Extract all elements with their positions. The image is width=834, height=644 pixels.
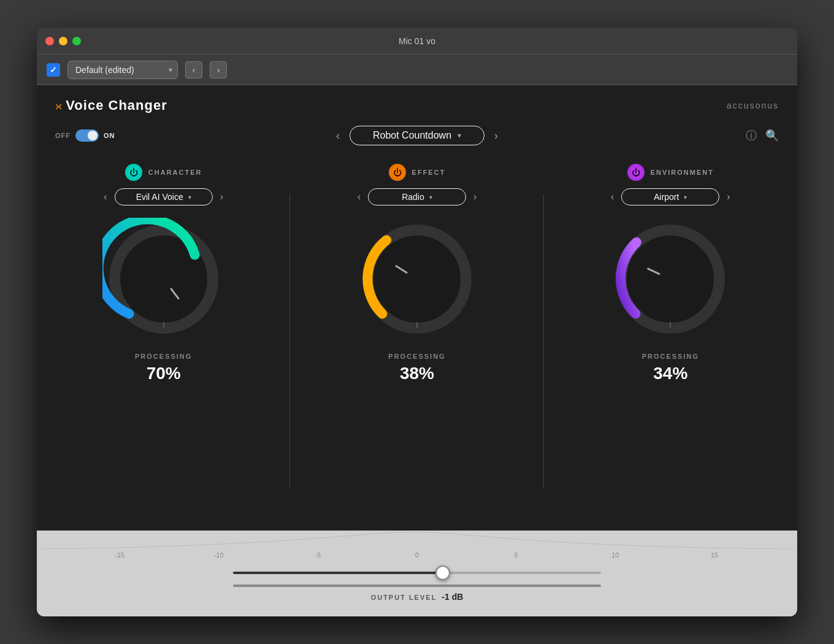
scale-mark-n10: -10 — [210, 551, 228, 559]
environment-dropdown-icon: ▾ — [684, 194, 687, 201]
close-button[interactable] — [45, 37, 54, 45]
effect-next-arrow[interactable]: › — [473, 191, 476, 202]
environment-section: ⏻ ENVIRONMENT ‹ Airport ▾ › — [544, 158, 797, 524]
environment-name: Airport — [654, 192, 679, 202]
effect-label: EFFECT — [412, 169, 446, 176]
preset-name: Default (edited) — [75, 65, 134, 75]
character-power-button[interactable]: ⏻ — [125, 164, 142, 181]
slider-track-filled — [233, 572, 443, 574]
output-label-row: OUTPUT LEVEL -1 dB — [371, 592, 464, 602]
minimize-button[interactable] — [59, 37, 67, 45]
effect-prev-arrow[interactable]: ‹ — [358, 191, 361, 202]
dropdown-arrow-icon: ▾ — [169, 66, 172, 74]
preset-prev-arrow[interactable]: ‹ — [336, 129, 340, 142]
scale-row: -15 -10 -5 0 5 10 15 — [74, 551, 760, 559]
title-bar: Mic 01 vo — [37, 28, 797, 55]
character-name-box[interactable]: Evil AI Voice ▾ — [115, 188, 213, 205]
top-icons: ⓘ 🔍 — [746, 128, 779, 143]
scale-mark-n15: -15 — [110, 551, 129, 559]
output-slider-container[interactable] — [233, 564, 601, 582]
character-knob[interactable] — [102, 218, 225, 340]
power-toggle[interactable] — [75, 129, 99, 142]
effect-power-button[interactable]: ⏻ — [389, 164, 406, 181]
toggle-off-label: OFF — [55, 132, 71, 139]
environment-prev-arrow[interactable]: ‹ — [611, 191, 614, 202]
output-level-label: OUTPUT LEVEL — [371, 594, 437, 601]
character-header: ⏻ CHARACTER — [125, 164, 202, 181]
character-selector: ‹ Evil AI Voice ▾ › — [104, 188, 223, 205]
effect-processing-value: 38% — [400, 364, 434, 383]
environment-knob[interactable] — [609, 218, 732, 340]
character-name: Evil AI Voice — [136, 192, 183, 202]
accusonus-logo: accusonus — [727, 101, 779, 110]
output-level-value: -1 dB — [442, 592, 463, 602]
environment-label: ENVIRONMENT — [651, 169, 714, 176]
preset-name-box[interactable]: Robot Countdown ▾ — [350, 126, 484, 145]
effect-header: ⏻ EFFECT — [389, 164, 446, 181]
preset-dropdown-arrow-icon: ▾ — [457, 131, 461, 140]
character-label: CHARACTER — [148, 169, 202, 176]
plugin-title: Voice Changer — [66, 98, 167, 113]
traffic-lights — [45, 37, 81, 45]
scale-mark-0: 0 — [408, 551, 426, 559]
slider-thumb[interactable] — [435, 565, 450, 580]
environment-processing-label: PROCESSING — [642, 353, 699, 360]
output-curve — [37, 531, 797, 549]
effect-section: ⏻ EFFECT ‹ Radio ▾ › — [290, 158, 543, 524]
plugin-header: ›‹ Voice Changer accusonus — [37, 85, 797, 120]
controls-row: OFF ON ‹ Robot Countdown ▾ › ⓘ 🔍 — [37, 120, 797, 151]
environment-power-button[interactable]: ⏻ — [627, 164, 645, 181]
output-section: -15 -10 -5 0 5 10 15 OUTPUT LEVEL -1 dB — [37, 531, 797, 616]
environment-power-icon: ⏻ — [632, 167, 640, 177]
scale-mark-n5: -5 — [308, 551, 327, 559]
effect-power-icon: ⏻ — [393, 167, 402, 177]
main-window: Mic 01 vo Default (edited) ▾ ‹ › ›‹ Voic… — [37, 28, 797, 616]
window-title: Mic 01 vo — [399, 36, 435, 46]
preset-selector: ‹ Robot Countdown ▾ › — [336, 126, 498, 145]
preset-dropdown[interactable]: Default (edited) ▾ — [67, 61, 178, 79]
voice-changer-icon: ›‹ — [55, 99, 61, 113]
scale-mark-5: 5 — [507, 551, 526, 559]
environment-processing-value: 34% — [653, 364, 687, 383]
maximize-button[interactable] — [72, 37, 81, 45]
character-next-arrow[interactable]: › — [220, 191, 223, 202]
prev-preset-button[interactable]: ‹ — [185, 61, 202, 79]
slider-bottom-track — [233, 585, 601, 587]
effect-knob[interactable] — [356, 218, 478, 340]
scale-mark-15: 15 — [705, 551, 724, 559]
toolbar: Default (edited) ▾ ‹ › — [37, 55, 797, 85]
effect-name-box[interactable]: Radio ▾ — [368, 188, 466, 205]
scale-mark-10: 10 — [606, 551, 624, 559]
environment-next-arrow[interactable]: › — [727, 191, 730, 202]
plugin-body: ›‹ Voice Changer accusonus OFF ON ‹ Robo… — [37, 85, 797, 616]
character-power-icon: ⏻ — [129, 167, 138, 177]
toggle-container: OFF ON — [55, 129, 115, 142]
environment-header: ⏻ ENVIRONMENT — [627, 164, 714, 181]
search-icon[interactable]: 🔍 — [765, 129, 779, 142]
preset-next-arrow[interactable]: › — [494, 129, 498, 142]
active-preset-name: Robot Countdown — [373, 130, 451, 141]
toggle-knob — [88, 131, 98, 140]
environment-selector: ‹ Airport ▾ › — [611, 188, 730, 205]
toggle-on-label: ON — [104, 132, 115, 139]
effect-processing-label: PROCESSING — [388, 353, 445, 360]
character-dropdown-icon: ▾ — [188, 194, 191, 201]
character-processing-value: 70% — [147, 364, 181, 383]
next-preset-button[interactable]: › — [210, 61, 227, 79]
sections-row: ⏻ CHARACTER ‹ Evil AI Voice ▾ › — [37, 151, 797, 531]
effect-name: Radio — [402, 192, 424, 202]
character-prev-arrow[interactable]: ‹ — [104, 191, 107, 202]
effect-dropdown-icon: ▾ — [429, 194, 432, 201]
effect-selector: ‹ Radio ▾ › — [358, 188, 477, 205]
character-section: ⏻ CHARACTER ‹ Evil AI Voice ▾ › — [37, 158, 290, 524]
plugin-title-area: ›‹ Voice Changer — [55, 98, 167, 113]
preset-checkbox[interactable] — [47, 63, 60, 77]
character-processing-label: PROCESSING — [135, 353, 192, 360]
info-icon[interactable]: ⓘ — [746, 128, 757, 143]
environment-name-box[interactable]: Airport ▾ — [621, 188, 719, 205]
